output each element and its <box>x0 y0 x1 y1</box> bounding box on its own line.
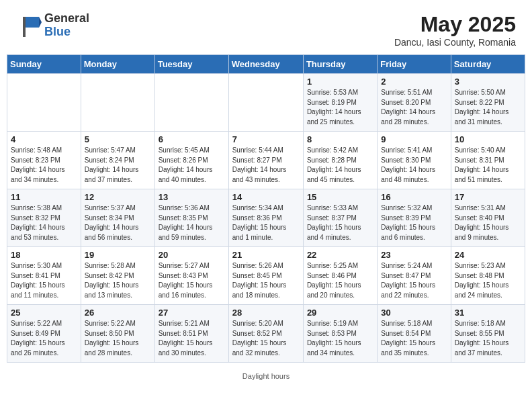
day-of-week-header: Thursday <box>303 55 377 74</box>
day-info: Sunrise: 5:18 AM Sunset: 8:54 PM Dayligh… <box>381 319 447 358</box>
logo: General Blue <box>16 12 89 39</box>
calendar-cell: 23Sunrise: 5:24 AM Sunset: 8:47 PM Dayli… <box>378 247 451 305</box>
calendar-cell: 3Sunrise: 5:50 AM Sunset: 8:22 PM Daylig… <box>451 74 525 132</box>
calendar-cell: 1Sunrise: 5:53 AM Sunset: 8:19 PM Daylig… <box>303 74 377 132</box>
day-number: 4 <box>11 134 77 144</box>
day-info: Sunrise: 5:30 AM Sunset: 8:41 PM Dayligh… <box>11 261 77 300</box>
calendar-cell: 26Sunrise: 5:22 AM Sunset: 8:50 PM Dayli… <box>81 305 154 363</box>
day-info: Sunrise: 5:23 AM Sunset: 8:48 PM Dayligh… <box>455 261 521 300</box>
day-of-week-header: Sunday <box>7 55 81 74</box>
day-number: 15 <box>307 192 373 202</box>
day-number: 6 <box>159 134 225 144</box>
day-number: 30 <box>381 308 447 318</box>
day-info: Sunrise: 5:41 AM Sunset: 8:30 PM Dayligh… <box>381 146 447 185</box>
day-info: Sunrise: 5:37 AM Sunset: 8:34 PM Dayligh… <box>85 203 151 242</box>
calendar-cell: 31Sunrise: 5:18 AM Sunset: 8:55 PM Dayli… <box>451 305 525 363</box>
logo-icon <box>16 13 42 38</box>
title-block: May 2025 Dancu, Iasi County, Romania <box>394 12 516 48</box>
day-info: Sunrise: 5:24 AM Sunset: 8:47 PM Dayligh… <box>381 261 447 300</box>
day-number: 20 <box>159 250 225 260</box>
header-row: SundayMondayTuesdayWednesdayThursdayFrid… <box>7 55 525 74</box>
day-info: Sunrise: 5:34 AM Sunset: 8:36 PM Dayligh… <box>232 203 300 242</box>
day-info: Sunrise: 5:25 AM Sunset: 8:46 PM Dayligh… <box>307 261 373 300</box>
month-year: May 2025 <box>394 12 516 37</box>
calendar-cell: 7Sunrise: 5:44 AM Sunset: 8:27 PM Daylig… <box>228 132 303 189</box>
calendar-cell: 4Sunrise: 5:48 AM Sunset: 8:23 PM Daylig… <box>7 132 81 189</box>
day-info: Sunrise: 5:53 AM Sunset: 8:19 PM Dayligh… <box>307 88 373 127</box>
day-number: 12 <box>85 192 151 202</box>
calendar-cell: 12Sunrise: 5:37 AM Sunset: 8:34 PM Dayli… <box>81 189 154 247</box>
day-info: Sunrise: 5:22 AM Sunset: 8:50 PM Dayligh… <box>85 319 151 358</box>
day-info: Sunrise: 5:51 AM Sunset: 8:20 PM Dayligh… <box>381 88 447 127</box>
day-info: Sunrise: 5:48 AM Sunset: 8:23 PM Dayligh… <box>11 146 77 185</box>
calendar-cell: 28Sunrise: 5:20 AM Sunset: 8:52 PM Dayli… <box>228 305 303 363</box>
calendar-cell: 30Sunrise: 5:18 AM Sunset: 8:54 PM Dayli… <box>378 305 451 363</box>
day-info: Sunrise: 5:47 AM Sunset: 8:24 PM Dayligh… <box>85 146 151 185</box>
calendar-header: SundayMondayTuesdayWednesdayThursdayFrid… <box>7 55 525 74</box>
calendar-week-row: 18Sunrise: 5:30 AM Sunset: 8:41 PM Dayli… <box>7 247 525 305</box>
calendar-cell: 14Sunrise: 5:34 AM Sunset: 8:36 PM Dayli… <box>228 189 303 247</box>
day-number: 18 <box>11 250 77 260</box>
calendar-cell <box>154 74 228 132</box>
day-info: Sunrise: 5:22 AM Sunset: 8:49 PM Dayligh… <box>11 319 77 358</box>
calendar-cell: 20Sunrise: 5:27 AM Sunset: 8:43 PM Dayli… <box>154 247 228 305</box>
calendar-cell: 13Sunrise: 5:36 AM Sunset: 8:35 PM Dayli… <box>154 189 228 247</box>
day-info: Sunrise: 5:18 AM Sunset: 8:55 PM Dayligh… <box>455 319 521 358</box>
day-info: Sunrise: 5:38 AM Sunset: 8:32 PM Dayligh… <box>11 203 77 242</box>
footer-note: Daylight hours <box>0 369 532 384</box>
day-number: 26 <box>85 308 151 318</box>
day-of-week-header: Friday <box>378 55 451 74</box>
day-number: 2 <box>381 77 447 87</box>
day-number: 27 <box>159 308 225 318</box>
calendar-cell: 27Sunrise: 5:21 AM Sunset: 8:51 PM Dayli… <box>154 305 228 363</box>
day-number: 28 <box>232 308 300 318</box>
calendar-body: 1Sunrise: 5:53 AM Sunset: 8:19 PM Daylig… <box>7 74 525 363</box>
calendar-cell: 22Sunrise: 5:25 AM Sunset: 8:46 PM Dayli… <box>303 247 377 305</box>
day-of-week-header: Saturday <box>451 55 525 74</box>
day-number: 25 <box>11 308 77 318</box>
day-info: Sunrise: 5:20 AM Sunset: 8:52 PM Dayligh… <box>232 319 300 358</box>
day-info: Sunrise: 5:44 AM Sunset: 8:27 PM Dayligh… <box>232 146 300 185</box>
day-of-week-header: Wednesday <box>228 55 303 74</box>
calendar-cell <box>7 74 81 132</box>
day-number: 13 <box>159 192 225 202</box>
day-number: 9 <box>381 134 447 144</box>
day-info: Sunrise: 5:27 AM Sunset: 8:43 PM Dayligh… <box>159 261 225 300</box>
day-number: 31 <box>455 308 521 318</box>
logo-text: General Blue <box>44 12 89 39</box>
day-number: 24 <box>455 250 521 260</box>
footer-note-text: Daylight hours <box>242 372 290 380</box>
location: Dancu, Iasi County, Romania <box>394 37 516 48</box>
day-number: 21 <box>232 250 300 260</box>
calendar-cell: 11Sunrise: 5:38 AM Sunset: 8:32 PM Dayli… <box>7 189 81 247</box>
calendar-week-row: 4Sunrise: 5:48 AM Sunset: 8:23 PM Daylig… <box>7 132 525 189</box>
calendar-cell: 24Sunrise: 5:23 AM Sunset: 8:48 PM Dayli… <box>451 247 525 305</box>
calendar-cell: 19Sunrise: 5:28 AM Sunset: 8:42 PM Dayli… <box>81 247 154 305</box>
day-info: Sunrise: 5:19 AM Sunset: 8:53 PM Dayligh… <box>307 319 373 358</box>
svg-rect-3 <box>23 17 26 37</box>
day-info: Sunrise: 5:50 AM Sunset: 8:22 PM Dayligh… <box>455 88 521 127</box>
day-info: Sunrise: 5:26 AM Sunset: 8:45 PM Dayligh… <box>232 261 300 300</box>
calendar-week-row: 11Sunrise: 5:38 AM Sunset: 8:32 PM Dayli… <box>7 189 525 247</box>
day-info: Sunrise: 5:28 AM Sunset: 8:42 PM Dayligh… <box>85 261 151 300</box>
calendar-cell: 29Sunrise: 5:19 AM Sunset: 8:53 PM Dayli… <box>303 305 377 363</box>
calendar-cell <box>228 74 303 132</box>
calendar-cell: 15Sunrise: 5:33 AM Sunset: 8:37 PM Dayli… <box>303 189 377 247</box>
logo-blue-label: Blue <box>44 26 89 39</box>
day-number: 16 <box>381 192 447 202</box>
day-info: Sunrise: 5:31 AM Sunset: 8:40 PM Dayligh… <box>455 203 521 242</box>
day-info: Sunrise: 5:32 AM Sunset: 8:39 PM Dayligh… <box>381 203 447 242</box>
calendar-cell: 18Sunrise: 5:30 AM Sunset: 8:41 PM Dayli… <box>7 247 81 305</box>
day-number: 7 <box>232 134 300 144</box>
svg-marker-1 <box>24 17 39 28</box>
day-number: 29 <box>307 308 373 318</box>
day-info: Sunrise: 5:21 AM Sunset: 8:51 PM Dayligh… <box>159 319 225 358</box>
header: General Blue May 2025 Dancu, Iasi County… <box>0 0 532 54</box>
calendar-cell: 25Sunrise: 5:22 AM Sunset: 8:49 PM Dayli… <box>7 305 81 363</box>
calendar-week-row: 25Sunrise: 5:22 AM Sunset: 8:49 PM Dayli… <box>7 305 525 363</box>
calendar-cell: 17Sunrise: 5:31 AM Sunset: 8:40 PM Dayli… <box>451 189 525 247</box>
day-info: Sunrise: 5:42 AM Sunset: 8:28 PM Dayligh… <box>307 146 373 185</box>
day-info: Sunrise: 5:45 AM Sunset: 8:26 PM Dayligh… <box>159 146 225 185</box>
day-number: 14 <box>232 192 300 202</box>
day-number: 22 <box>307 250 373 260</box>
